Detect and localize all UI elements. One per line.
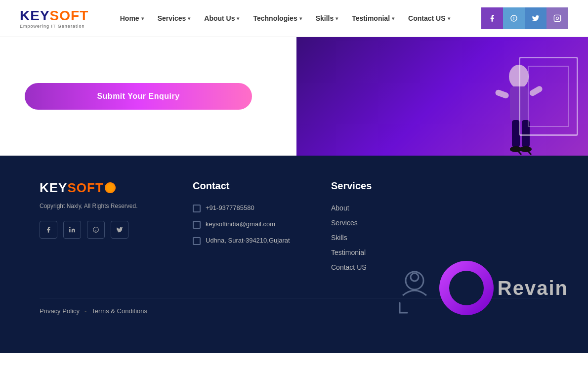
revain-widget: Revain	[390, 258, 568, 318]
logo: KEYSOFT Empowering IT Generation	[20, 8, 88, 29]
facebook-icon[interactable]	[481, 7, 503, 29]
nav-item-about[interactable]: About Us ▾	[197, 9, 246, 27]
nav-link-home[interactable]: Home ▾	[113, 9, 151, 27]
twitter-icon[interactable]	[525, 7, 546, 29]
footer-logo-soft: SOFT	[67, 180, 103, 195]
footer-contact-column: Contact +91-9377785580 keysoftindia@gmai…	[178, 180, 301, 278]
nav-item-technologies[interactable]: Technologies ▾	[246, 9, 308, 27]
revain-label: Revain	[498, 277, 568, 299]
footer-services-heading: Services	[331, 180, 440, 192]
svg-point-12	[69, 227, 70, 228]
svg-point-9	[520, 146, 532, 152]
nav-link-services[interactable]: Services ▾	[151, 9, 198, 27]
footer-link-skills[interactable]: Skills	[331, 234, 440, 242]
hero-section: Submit Your Enquiry	[0, 37, 588, 156]
nav-item-skills[interactable]: Skills ▾	[309, 9, 345, 27]
footer-skype-icon[interactable]	[87, 221, 105, 239]
navbar: KEYSOFT Empowering IT Generation Home ▾ …	[0, 0, 588, 37]
revain-text-area: Revain	[494, 277, 568, 299]
nav-item-home[interactable]: Home ▾	[113, 9, 151, 27]
submit-enquiry-button[interactable]: Submit Your Enquiry	[25, 83, 252, 110]
footer-facebook-icon[interactable]	[40, 221, 57, 239]
footer: KEYSOFT Copyright Naxly, All Rights Rese…	[0, 156, 588, 353]
revain-area: Revain	[440, 180, 548, 278]
social-icons	[481, 7, 568, 29]
hero-form-area: Submit Your Enquiry	[0, 37, 296, 156]
logo-key: KEY	[20, 8, 50, 23]
logo-tagline: Empowering IT Generation	[20, 24, 88, 29]
location-icon	[193, 237, 201, 245]
footer-privacy-link[interactable]: Privacy Policy	[40, 307, 80, 315]
chevron-down-icon: ▾	[237, 16, 239, 21]
svg-point-14	[411, 273, 419, 281]
chevron-down-icon: ▾	[448, 16, 450, 21]
logo-text: KEYSOFT	[20, 8, 88, 24]
hero-image-area	[296, 37, 588, 156]
footer-contact-heading: Contact	[193, 180, 301, 192]
main-nav: Home ▾ Services ▾ About Us ▾ Technologie…	[113, 9, 457, 27]
footer-linkedin-icon[interactable]	[63, 221, 81, 239]
nav-link-testimonial[interactable]: Testimonial ▾	[345, 9, 401, 27]
chevron-down-icon: ▾	[336, 16, 338, 21]
svg-rect-4	[495, 89, 509, 99]
footer-logo-key: KEY	[40, 180, 67, 195]
footer-twitter-icon[interactable]	[111, 221, 128, 239]
logo-soft: SOFT	[50, 8, 89, 23]
nav-item-services[interactable]: Services ▾	[151, 9, 198, 27]
nav-item-testimonial[interactable]: Testimonial ▾	[345, 9, 401, 27]
nav-link-contact[interactable]: Contact US ▾	[401, 9, 457, 27]
footer-email: keysoftindia@gmail.com	[193, 220, 301, 229]
nav-item-contact[interactable]: Contact US ▾	[401, 9, 457, 27]
footer-link-about[interactable]: About	[331, 204, 440, 212]
instagram-icon[interactable]	[546, 7, 568, 29]
footer-email-text: keysoftindia@gmail.com	[206, 220, 275, 228]
svg-rect-0	[554, 15, 560, 21]
footer-phone: +91-9377785580	[193, 204, 301, 212]
chevron-down-icon: ▾	[392, 16, 394, 21]
skype-icon[interactable]	[503, 7, 525, 29]
footer-link-testimonial[interactable]: Testimonial	[331, 248, 440, 256]
chevron-down-icon: ▾	[141, 16, 144, 21]
footer-phone-text: +91-9377785580	[206, 204, 254, 211]
revain-person-icon	[390, 258, 439, 318]
footer-separator: -	[84, 307, 86, 315]
email-icon	[193, 221, 201, 229]
deco-box-inner	[528, 66, 569, 127]
footer-logo-column: KEYSOFT Copyright Naxly, All Rights Rese…	[40, 180, 178, 278]
chevron-down-icon: ▾	[188, 16, 190, 21]
revain-circle-logo	[439, 261, 494, 315]
footer-copyright: Copyright Naxly, All Rights Reserved.	[40, 202, 178, 211]
phone-icon	[193, 205, 201, 212]
footer-content: KEYSOFT Copyright Naxly, All Rights Rese…	[40, 180, 548, 324]
footer-social-icons	[40, 221, 178, 239]
footer-logo-text: KEYSOFT	[40, 180, 178, 196]
footer-terms-link[interactable]: Terms & Conditions	[91, 307, 147, 315]
nav-link-skills[interactable]: Skills ▾	[309, 9, 345, 27]
footer-address-text: Udhna, Surat-394210,Gujarat	[206, 237, 290, 244]
footer-logo-sun-icon	[105, 182, 116, 193]
deco-box	[519, 57, 578, 136]
footer-link-services[interactable]: Services	[331, 219, 440, 227]
nav-link-technologies[interactable]: Technologies ▾	[246, 9, 308, 27]
footer-address: Udhna, Surat-394210,Gujarat	[193, 237, 301, 245]
chevron-down-icon: ▾	[299, 16, 302, 21]
footer-top: KEYSOFT Copyright Naxly, All Rights Rese…	[40, 180, 548, 298]
nav-link-about[interactable]: About Us ▾	[197, 9, 246, 27]
